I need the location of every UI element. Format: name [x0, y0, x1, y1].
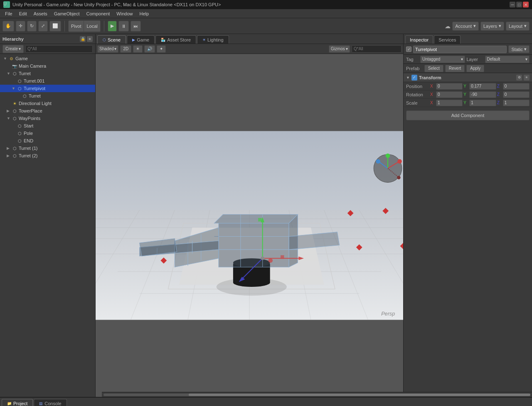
tree-item-turret-child[interactable]: ⬡ Turret	[0, 92, 95, 100]
tree-arrow-turret1: ▶	[7, 146, 12, 150]
active-checkbox[interactable]: ✓	[406, 46, 411, 52]
tab-lighting[interactable]: ☀ Lighting	[197, 35, 229, 44]
tab-inspector[interactable]: Inspector	[405, 35, 433, 44]
tree-label-main-camera: Main Camera	[19, 64, 46, 68]
gizmos-dropdown[interactable]: Gizmos ▾	[329, 45, 350, 53]
project-tab-icon: 📁	[7, 401, 12, 406]
add-component-button[interactable]: Add Component	[406, 110, 530, 120]
pos-x-field[interactable]: 0	[436, 83, 463, 90]
minimize-button[interactable]: ─	[510, 2, 515, 7]
select-button[interactable]: Select	[424, 65, 443, 72]
rect-tool-button[interactable]: ⬜	[49, 21, 61, 32]
transform-menu-icon[interactable]: ≡	[524, 75, 530, 81]
unity-icon: U	[3, 1, 10, 8]
hierarchy-search-input[interactable]	[25, 45, 93, 53]
object-name-field[interactable]	[413, 46, 507, 53]
turret001-icon: ⬡	[17, 78, 22, 84]
step-button[interactable]: ⏭	[131, 21, 141, 32]
tab-lighting-label: Lighting	[207, 37, 224, 42]
rot-x-field[interactable]: 0	[436, 91, 463, 98]
svg-text:X: X	[398, 160, 400, 164]
account-dropdown[interactable]: Account ▾	[452, 22, 479, 31]
tree-item-turret-parent[interactable]: ▼ ⬡ Turret	[0, 70, 95, 77]
hierarchy-tree: ▼ ⚙ Game 📷 Main Camera ▼ ⬡ Turret ⬡ Turr…	[0, 54, 95, 397]
layout-dropdown[interactable]: Layout ▾	[506, 22, 530, 31]
pos-y-field[interactable]: 0.177	[469, 83, 496, 90]
rotate-tool-button[interactable]: ↻	[27, 21, 37, 32]
tag-dropdown[interactable]: Untagged ▾	[420, 56, 465, 63]
rot-y-field[interactable]: -90	[469, 91, 496, 98]
scene-search-input[interactable]	[352, 45, 401, 53]
scale-tool-button[interactable]: ⤢	[38, 21, 48, 32]
tree-item-start[interactable]: ⬡ Start	[0, 122, 95, 130]
tree-item-turret001[interactable]: ⬡ Turret.001	[0, 77, 95, 85]
transform-section-header[interactable]: ▼ ⤢ Transform ⚙ ≡	[404, 73, 532, 82]
apply-button[interactable]: Apply	[466, 65, 484, 72]
menu-edit[interactable]: Edit	[16, 10, 30, 17]
tree-item-towerplace[interactable]: ▶ ⬡ TowerPlace	[0, 107, 95, 115]
tab-asset-store[interactable]: 🏪 Asset Store	[155, 35, 196, 44]
tab-scene[interactable]: ⬡ Scene	[97, 35, 126, 44]
hierarchy-create-button[interactable]: Create ▾	[2, 45, 24, 53]
tab-project[interactable]: 📁 Project	[2, 399, 33, 406]
lighting-toggle[interactable]: ☀	[133, 45, 143, 53]
tab-game[interactable]: ▶ Game	[127, 35, 155, 44]
tree-item-waypoints[interactable]: ▼ ⬡ WayPoints	[0, 115, 95, 122]
audio-toggle[interactable]: 🔊	[144, 45, 155, 53]
hierarchy-lock-icon[interactable]: 🔒	[80, 36, 86, 42]
tree-item-pole[interactable]: ⬡ Pole	[0, 130, 95, 137]
fx-toggle[interactable]: ✦	[157, 45, 166, 53]
tab-asset-store-label: Asset Store	[167, 37, 191, 42]
tree-item-turretpivot[interactable]: ▼ ⬡ Turretpivot	[0, 85, 95, 92]
maximize-button[interactable]: □	[516, 2, 522, 7]
menu-file[interactable]: File	[2, 10, 16, 17]
layers-dropdown[interactable]: Layers ▾	[480, 22, 504, 31]
scale-x-field[interactable]: 1	[436, 100, 463, 106]
pos-z-field[interactable]: 0	[503, 83, 530, 90]
tree-item-game[interactable]: ▼ ⚙ Game	[0, 55, 95, 62]
local-button[interactable]: Local	[84, 21, 100, 32]
menu-assets[interactable]: Assets	[30, 10, 51, 17]
revert-button[interactable]: Revert	[445, 65, 465, 72]
asset-store-tab-icon: 🏪	[161, 38, 165, 42]
object-header: ✓ Static ▾	[404, 44, 532, 55]
tree-item-main-camera[interactable]: 📷 Main Camera	[0, 62, 95, 70]
tab-console[interactable]: ▤ Console	[34, 399, 66, 406]
bottom-panels: 📁 Project ▤ Console Create ▾ ★ Favorites…	[0, 397, 532, 406]
menu-window[interactable]: Window	[113, 10, 136, 17]
tree-item-end[interactable]: ⬡ END	[0, 137, 95, 144]
2d-toggle[interactable]: 2D	[120, 45, 131, 53]
tree-label-pole: Pole	[24, 131, 33, 136]
scale-z-field[interactable]: 1	[503, 100, 530, 106]
hand-tool-button[interactable]: ✋	[2, 21, 14, 32]
tree-label-turret-child: Turret	[29, 93, 41, 98]
move-tool-button[interactable]: ✛	[16, 21, 25, 32]
pivot-button[interactable]: Pivot	[69, 21, 84, 32]
pause-button[interactable]: ⏸	[118, 21, 129, 32]
svg-rect-52	[281, 255, 284, 259]
static-toggle[interactable]: Static ▾	[508, 45, 530, 53]
tree-item-turret2[interactable]: ▶ ⬡ Turret (2)	[0, 152, 95, 159]
gizmos-label: Gizmos	[331, 46, 345, 51]
layer-dropdown[interactable]: Default ▾	[485, 56, 530, 63]
scene-viewport[interactable]: Y X Z Persp	[96, 54, 403, 397]
hierarchy-menu-icon[interactable]: ≡	[87, 36, 93, 42]
tab-scene-label: Scene	[108, 37, 121, 42]
tree-item-turret1[interactable]: ▶ ⬡ Turret (1)	[0, 144, 95, 152]
scale-y-field[interactable]: 1	[469, 100, 496, 106]
pole-icon: ⬡	[17, 130, 22, 136]
scale-x-label: X	[430, 100, 435, 105]
toolbar: ✋ ✛ ↻ ⤢ ⬜ Pivot Local ▶ ⏸ ⏭ ☁ Account ▾ …	[0, 18, 532, 34]
menu-component[interactable]: Component	[83, 10, 113, 17]
close-button[interactable]: ✕	[523, 2, 529, 7]
tree-item-directional-light[interactable]: ☀ Directional Light	[0, 100, 95, 107]
shading-dropdown[interactable]: Shaded ▾	[97, 45, 118, 53]
play-button[interactable]: ▶	[108, 21, 117, 32]
transform-settings-icon[interactable]: ⚙	[516, 75, 522, 81]
menu-help[interactable]: Help	[136, 10, 152, 17]
tab-services[interactable]: Services	[434, 35, 461, 44]
scene-tabs-bar: ⬡ Scene ▶ Game 🏪 Asset Store ☀ Lighting	[96, 34, 403, 44]
menu-gameobject[interactable]: GameObject	[51, 10, 83, 17]
rot-z-field[interactable]: 0	[503, 91, 530, 98]
tree-arrow-game: ▼	[3, 56, 8, 61]
